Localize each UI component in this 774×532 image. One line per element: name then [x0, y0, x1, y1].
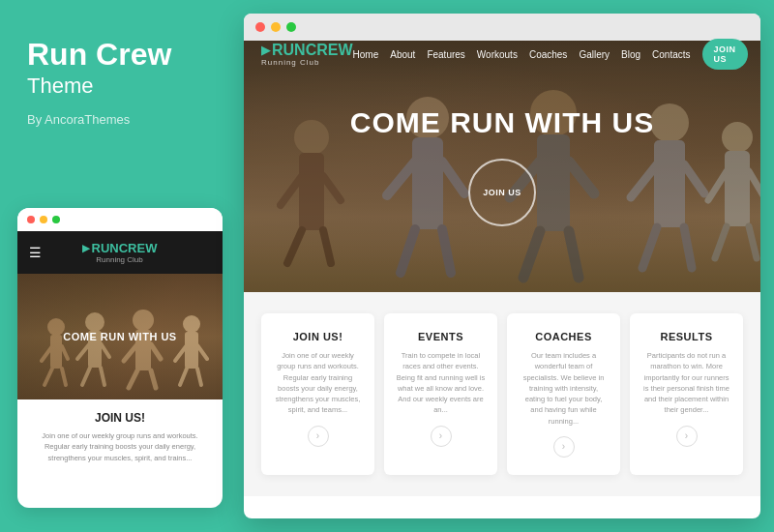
svg-line-3: [62, 346, 68, 359]
card-events-title: EVENTS: [396, 331, 486, 342]
mobile-join-text: Join one of our weekly group runs and wo…: [29, 430, 211, 463]
mobile-join-section: JOIN US! Join one of our weekly group ru…: [17, 399, 223, 475]
logo-arrow-icon: ▶: [261, 44, 270, 56]
svg-line-4: [45, 369, 52, 385]
mobile-hero: COME RUN WITH US: [17, 274, 223, 399]
card-results-icon[interactable]: ›: [676, 426, 698, 447]
site-nav-links: Home About Features Workouts Coaches Gal…: [353, 39, 748, 70]
site-logo-text: ▶ RUNCREW: [261, 43, 353, 58]
nav-link-gallery[interactable]: Gallery: [579, 49, 610, 60]
card-results-text: Participants do not run a marathon to wi…: [641, 350, 731, 416]
nav-link-home[interactable]: Home: [353, 49, 379, 60]
svg-line-23: [197, 369, 201, 385]
svg-line-16: [129, 370, 137, 388]
svg-point-0: [47, 318, 65, 336]
cards-section: JOIN US! Join one of our weekly group ru…: [244, 292, 760, 496]
mobile-hero-text: COME RUN WITH US: [63, 331, 176, 342]
mobile-titlebar: [17, 208, 223, 231]
nav-link-blog[interactable]: Blog: [621, 49, 640, 60]
card-coaches-text: Our team includes a wonderful team of sp…: [519, 350, 609, 427]
svg-line-14: [124, 344, 137, 361]
card-coaches: COACHES Our team includes a wonderful te…: [507, 313, 620, 475]
card-join-title: JOIN US!: [273, 331, 363, 342]
nav-link-about[interactable]: About: [390, 49, 415, 60]
card-coaches-title: COACHES: [519, 331, 609, 342]
card-join-icon[interactable]: ›: [308, 426, 329, 447]
left-panel: Run Crew Theme By AncoraThemes ☰ ▶ RUNCR…: [0, 0, 240, 532]
browser-window: COME RUN WITH US JOIN US JOIN US! Join o…: [244, 14, 760, 518]
svg-line-10: [82, 368, 90, 385]
hamburger-icon[interactable]: ☰: [29, 245, 42, 260]
hero-title: COME RUN WITH US: [350, 106, 654, 139]
svg-line-21: [197, 345, 207, 359]
hero-text-container: COME RUN WITH US JOIN US: [350, 106, 654, 226]
svg-line-17: [151, 370, 156, 388]
brand-subtitle: Theme: [27, 74, 213, 99]
card-results: RESULTS Participants do not run a marath…: [630, 313, 743, 475]
card-join-text: Join one of our weekly group runs and wo…: [273, 350, 363, 416]
mobile-logo-sub: Running Club: [96, 255, 142, 264]
svg-point-12: [133, 310, 154, 331]
hero-join-button[interactable]: JOIN US: [468, 159, 536, 226]
card-events-text: Train to compete in local races and othe…: [396, 350, 486, 416]
card-events: EVENTS Train to compete in local races a…: [384, 313, 497, 475]
mobile-nav: ☰ ▶ RUNCREW Running Club: [17, 231, 223, 274]
svg-line-22: [180, 369, 187, 385]
nav-link-workouts[interactable]: Workouts: [477, 49, 518, 60]
svg-point-18: [183, 315, 200, 333]
svg-line-5: [62, 369, 66, 385]
svg-rect-19: [185, 332, 198, 369]
card-join: JOIN US! Join one of our weekly group ru…: [261, 313, 374, 475]
svg-point-6: [85, 312, 104, 332]
brand-title: Run Crew: [27, 39, 213, 70]
nav-cta-button[interactable]: JOIN US: [702, 39, 748, 70]
svg-rect-1: [50, 335, 62, 369]
svg-line-15: [151, 344, 161, 359]
site-logo: ▶ RUNCREW Running Club: [261, 43, 353, 67]
brand-by: By AncoraThemes: [27, 112, 213, 127]
mobile-dot-yellow: [40, 216, 47, 223]
mobile-preview: ☰ ▶ RUNCREW Running Club: [17, 208, 223, 508]
nav-link-contacts[interactable]: Contacts: [652, 49, 690, 60]
browser-content: COME RUN WITH US JOIN US JOIN US! Join o…: [244, 41, 760, 518]
mobile-dot-red: [27, 216, 35, 223]
svg-line-9: [101, 343, 109, 357]
nav-link-features[interactable]: Features: [427, 49, 464, 60]
mobile-join-title: JOIN US!: [29, 411, 211, 425]
site-logo-sub: Running Club: [261, 58, 319, 67]
svg-line-11: [101, 368, 104, 385]
card-events-icon[interactable]: ›: [431, 426, 452, 447]
card-results-title: RESULTS: [641, 331, 731, 342]
site-nav: ▶ RUNCREW Running Club Home About Featur…: [244, 27, 760, 81]
mobile-logo: ▶ RUNCREW: [82, 241, 158, 255]
card-coaches-icon[interactable]: ›: [553, 436, 575, 458]
nav-link-coaches[interactable]: Coaches: [529, 49, 567, 60]
mobile-dot-green: [52, 216, 60, 223]
